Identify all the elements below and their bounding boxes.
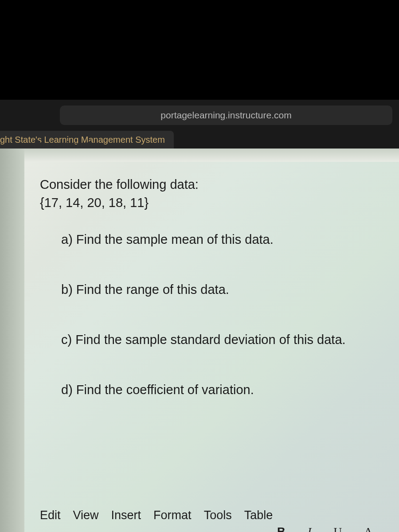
question-part-a: a) Find the sample mean of this data. bbox=[40, 232, 392, 247]
question-header-fragment: Question 3 bbox=[33, 139, 93, 148]
browser-address-bar: portagelearning.instructure.com bbox=[0, 100, 399, 131]
editor-menu-bar: Edit View Insert Format Tools Table bbox=[40, 509, 273, 522]
underline-button[interactable]: U bbox=[333, 525, 342, 532]
question-part-b: b) Find the range of this data. bbox=[40, 282, 392, 297]
page-top-margin bbox=[24, 149, 399, 162]
text-color-button[interactable]: A bbox=[364, 525, 372, 532]
privacy-shield-button[interactable] bbox=[7, 111, 51, 119]
page-left-margin bbox=[0, 149, 24, 532]
menu-format[interactable]: Format bbox=[153, 509, 192, 522]
url-text: portagelearning.instructure.com bbox=[160, 110, 291, 121]
question-prompt: Consider the following data: bbox=[40, 177, 392, 192]
question-part-d: d) Find the coefficient of variation. bbox=[40, 383, 392, 397]
menu-table[interactable]: Table bbox=[244, 509, 273, 522]
italic-button[interactable]: I bbox=[308, 525, 312, 532]
question-content: Consider the following data: {17, 14, 20… bbox=[24, 162, 399, 532]
menu-view[interactable]: View bbox=[73, 509, 99, 522]
bold-button[interactable]: B bbox=[277, 525, 286, 532]
url-input[interactable]: portagelearning.instructure.com bbox=[60, 106, 392, 125]
menu-edit[interactable]: Edit bbox=[40, 509, 61, 522]
editor-toolbar: B I U A bbox=[277, 525, 372, 532]
menu-insert[interactable]: Insert bbox=[111, 509, 141, 522]
status-bar-area bbox=[0, 0, 399, 100]
data-set: {17, 14, 20, 18, 11} bbox=[40, 196, 392, 210]
menu-tools[interactable]: Tools bbox=[204, 509, 232, 522]
question-part-c: c) Find the sample standard deviation of… bbox=[40, 332, 392, 347]
